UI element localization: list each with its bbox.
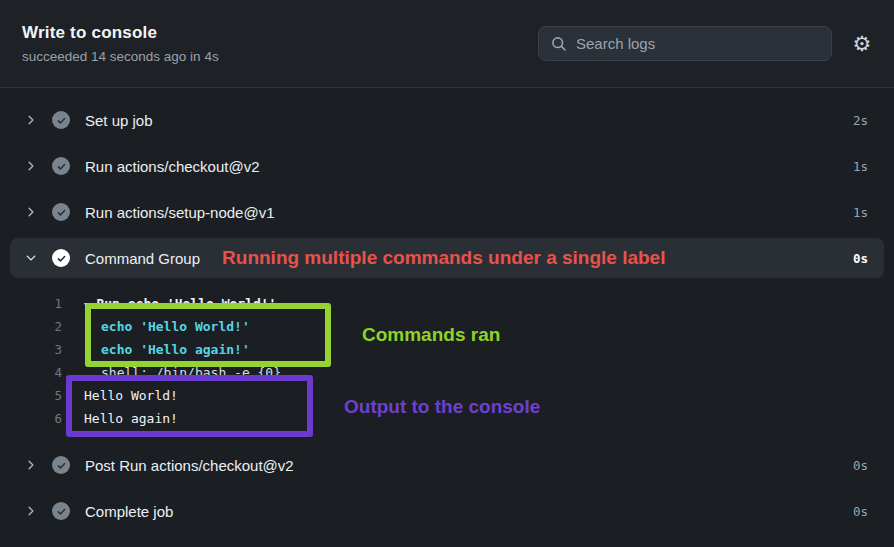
log-line-number[interactable]: 2 bbox=[0, 319, 62, 334]
step-row-post-checkout[interactable]: Post Run actions/checkout@v2 0s bbox=[0, 445, 894, 485]
job-status-text: succeeded 14 seconds ago in 4s bbox=[22, 49, 219, 64]
chevron-right-icon[interactable] bbox=[24, 458, 38, 472]
workflow-log-viewer: Write to console succeeded 14 seconds ag… bbox=[0, 0, 894, 547]
step-duration: 0s bbox=[853, 251, 868, 266]
log-line-number[interactable]: 6 bbox=[0, 411, 62, 426]
chevron-right-icon[interactable] bbox=[24, 159, 38, 173]
success-check-icon bbox=[52, 157, 70, 175]
success-check-icon bbox=[52, 249, 70, 267]
job-header: Write to console succeeded 14 seconds ag… bbox=[0, 0, 894, 88]
log-line: 4 shell: /bin/bash -e {0} bbox=[0, 361, 894, 384]
step-label: Run actions/checkout@v2 bbox=[85, 158, 260, 175]
success-check-icon bbox=[52, 456, 70, 474]
chevron-right-icon[interactable] bbox=[24, 113, 38, 127]
step-label: Complete job bbox=[85, 503, 173, 520]
step-row-set-up-job[interactable]: Set up job 2s bbox=[0, 100, 894, 140]
step-duration: 0s bbox=[853, 458, 868, 473]
log-output-text: Hello World! bbox=[84, 388, 178, 403]
step-label: Command Group bbox=[85, 250, 200, 267]
log-command-text: echo 'Hello again!' bbox=[101, 342, 250, 357]
step-row-complete-job[interactable]: Complete job 0s bbox=[0, 491, 894, 531]
log-output-text: Hello again! bbox=[84, 411, 178, 426]
step-row-setup-node[interactable]: Run actions/setup-node@v1 1s bbox=[0, 192, 894, 232]
log-line: 6 Hello again! bbox=[0, 407, 894, 430]
success-check-icon bbox=[52, 203, 70, 221]
success-check-icon bbox=[52, 502, 70, 520]
chevron-right-icon[interactable] bbox=[24, 504, 38, 518]
log-line: 5 Hello World! bbox=[0, 384, 894, 407]
expand-triangle-icon: ▼ bbox=[84, 300, 89, 310]
step-duration: 1s bbox=[853, 159, 868, 174]
log-command-header[interactable]: ▼Run echo 'Hello World!' bbox=[84, 296, 276, 311]
log-line: 1 ▼Run echo 'Hello World!' bbox=[0, 292, 894, 315]
log-output-area: 1 ▼Run echo 'Hello World!' 2 echo 'Hello… bbox=[0, 280, 894, 445]
search-input[interactable] bbox=[576, 35, 819, 52]
chevron-right-icon[interactable] bbox=[24, 205, 38, 219]
log-line-number[interactable]: 3 bbox=[0, 342, 62, 357]
step-duration: 1s bbox=[853, 205, 868, 220]
log-line: 2 echo 'Hello World!' bbox=[0, 315, 894, 338]
success-check-icon bbox=[52, 111, 70, 129]
log-line-number[interactable]: 4 bbox=[0, 365, 62, 380]
step-label: Set up job bbox=[85, 112, 153, 129]
gear-icon[interactable]: ⚙ bbox=[848, 30, 876, 58]
page-title: Write to console bbox=[22, 23, 157, 43]
step-label: Run actions/setup-node@v1 bbox=[85, 204, 275, 221]
annotation-red-text: Running multiple commands under a single… bbox=[222, 247, 665, 269]
log-line-number[interactable]: 1 bbox=[0, 296, 62, 311]
log-command-text: echo 'Hello World!' bbox=[101, 319, 250, 334]
step-duration: 2s bbox=[853, 113, 868, 128]
step-row-checkout[interactable]: Run actions/checkout@v2 1s bbox=[0, 146, 894, 186]
step-label: Post Run actions/checkout@v2 bbox=[85, 457, 294, 474]
log-shell-text: shell: /bin/bash -e {0} bbox=[101, 365, 281, 380]
chevron-down-icon[interactable] bbox=[24, 251, 38, 265]
log-line: 3 echo 'Hello again!' bbox=[0, 338, 894, 361]
search-logs-box[interactable] bbox=[538, 26, 832, 61]
step-duration: 0s bbox=[853, 504, 868, 519]
log-line-number[interactable]: 5 bbox=[0, 388, 62, 403]
step-row-command-group[interactable]: Command Group Running multiple commands … bbox=[10, 238, 884, 278]
search-icon bbox=[551, 36, 567, 52]
